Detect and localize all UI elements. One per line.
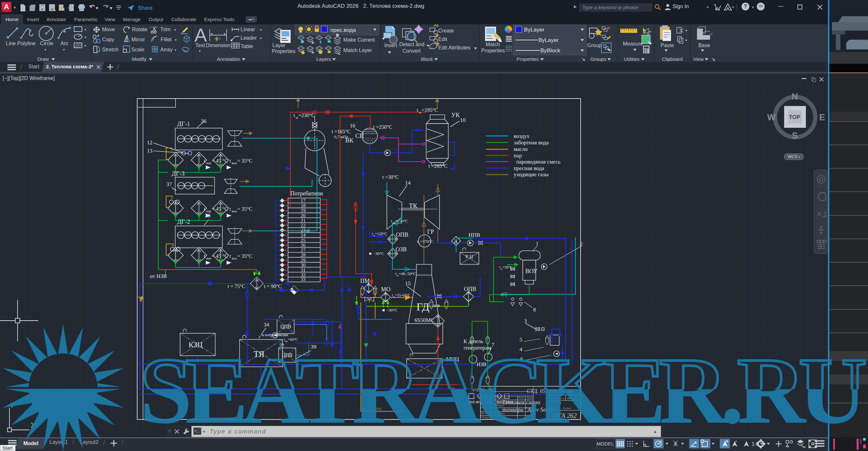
svg-text:23: 23: [301, 228, 306, 233]
svg-text:= 45 °C: = 45 °C: [212, 206, 228, 212]
svg-text:■: ■: [369, 251, 372, 256]
svg-text:=150°C: =150°C: [395, 218, 408, 223]
svg-text:2: 2: [580, 241, 583, 247]
svg-text:=55-65°C: =55-65°C: [395, 293, 411, 298]
svg-text:t =265°C: t =265°C: [429, 163, 448, 169]
svg-text:t: t: [229, 158, 231, 163]
svg-text:КЗЦ: КЗЦ: [189, 341, 203, 349]
svg-text:Гриценко: Гриценко: [496, 400, 506, 403]
svg-text:вых: вых: [232, 161, 237, 165]
svg-text:=230°C: =230°C: [299, 113, 315, 118]
svg-text:Провер.: Провер.: [482, 404, 491, 407]
svg-text:17: 17: [301, 198, 306, 203]
svg-text:Trim: Trim: [160, 27, 170, 32]
svg-text:Иванов: Иванов: [496, 404, 504, 407]
svg-text:▾: ▾: [85, 44, 86, 48]
svg-text:Изм Лист: Изм Лист: [481, 396, 493, 399]
svg-text:▾: ▾: [44, 48, 46, 51]
svg-text:24: 24: [301, 233, 306, 238]
svg-text:Text: Text: [195, 42, 205, 48]
svg-text:Insert: Insert: [384, 42, 398, 48]
svg-text:=370°C: =370°C: [420, 239, 433, 244]
svg-text:Paste: Paste: [660, 42, 674, 48]
svg-text:Draw: Draw: [37, 56, 49, 62]
svg-text:29: 29: [301, 258, 306, 263]
svg-text:t: t: [204, 206, 206, 212]
svg-text:3: 3: [524, 318, 527, 324]
svg-text:14: 14: [405, 180, 411, 186]
svg-text:6S50MC: 6S50MC: [414, 317, 434, 323]
svg-text:= 35°C: = 35°C: [237, 206, 252, 212]
svg-text:Measure: Measure: [623, 41, 643, 47]
svg-text:t: t: [417, 239, 418, 244]
svg-text:t: t: [395, 271, 397, 276]
svg-text:1: 1: [536, 241, 539, 247]
svg-text:Properties: Properties: [272, 49, 296, 54]
svg-text:37: 37: [166, 181, 172, 187]
svg-text:Convert: Convert: [402, 48, 421, 54]
svg-text:масло: масло: [514, 146, 528, 152]
svg-text:Edit: Edit: [438, 36, 447, 42]
svg-text:Dimension: Dimension: [206, 42, 230, 48]
svg-text:N: N: [792, 92, 798, 101]
svg-text:вых: вых: [232, 209, 237, 213]
svg-text:ппв: ппв: [432, 303, 440, 308]
svg-text:28: 28: [301, 252, 306, 258]
svg-text:Масштаб: Масштаб: [567, 397, 578, 400]
svg-text:t =250°C: t =250°C: [373, 124, 393, 130]
svg-text:Match Layer: Match Layer: [343, 48, 372, 53]
svg-text:УК: УК: [451, 112, 460, 118]
svg-text:TOP: TOP: [789, 114, 800, 120]
svg-text:−30°C: −30°C: [373, 251, 384, 256]
svg-text:тя: тя: [285, 340, 287, 343]
svg-text:t =30°C: t =30°C: [382, 174, 399, 180]
svg-text:ы: ы: [419, 111, 421, 114]
svg-text:View: View: [693, 56, 704, 62]
svg-text:Circle: Circle: [40, 41, 53, 46]
svg-text:ДГ-1: ДГ-1: [177, 120, 190, 127]
svg-text:W: W: [767, 113, 776, 122]
svg-text:Разраб.: Разраб.: [482, 400, 490, 403]
svg-text:Лит.: Лит.: [550, 397, 556, 400]
svg-text:Match: Match: [486, 41, 500, 47]
svg-text:39: 39: [311, 344, 316, 350]
svg-text:▾: ▾: [260, 28, 262, 32]
svg-text:S: S: [792, 131, 798, 141]
svg-text:8: 8: [533, 307, 536, 313]
svg-text:от НЗВ: от НЗВ: [150, 273, 167, 279]
svg-text:№ докум.: № докум.: [496, 396, 506, 399]
svg-text:20: 20: [301, 213, 306, 218]
svg-text:25: 25: [301, 238, 306, 243]
svg-text:ОЗВ: ОЗВ: [396, 246, 407, 253]
svg-text:ДГ-3: ДГ-3: [172, 170, 185, 177]
svg-text:Utilities: Utilities: [624, 56, 640, 62]
svg-text:t = 90°C: t = 90°C: [264, 283, 282, 289]
svg-text:▾: ▾: [199, 49, 200, 53]
svg-text:Properties: Properties: [481, 48, 505, 53]
svg-text:27: 27: [301, 247, 306, 253]
svg-text:Line: Line: [6, 41, 16, 46]
svg-text:▾: ▾: [110, 6, 112, 10]
svg-text:Д: Д: [454, 239, 457, 244]
svg-text:Create: Create: [438, 28, 454, 33]
svg-text:= 35°C: = 35°C: [237, 253, 252, 259]
svg-text:▾: ▾: [260, 36, 262, 40]
svg-text:16: 16: [350, 123, 355, 129]
svg-text:ДКЯ ФГО: ДКЯ ФГО: [467, 400, 483, 404]
svg-text:▾: ▾: [63, 48, 65, 51]
svg-text:15: 15: [405, 280, 411, 287]
svg-text:Modify: Modify: [132, 56, 147, 62]
svg-text:=50°C: =50°C: [502, 265, 513, 270]
svg-text:СТД. 051108. 002В0: СТД. 051108. 002В0: [527, 388, 574, 394]
svg-text:танкера "Azov Sea".: танкера "Azov Sea".: [502, 407, 553, 413]
svg-text:▾: ▾: [85, 35, 86, 39]
svg-text:уходящие газы: уходящие газы: [514, 171, 549, 178]
svg-text:Scale: Scale: [131, 47, 144, 52]
svg-text:Сидоров: Сидоров: [496, 416, 505, 419]
svg-text:▾: ▾: [85, 28, 86, 31]
svg-text:t: t: [417, 107, 418, 113]
svg-text:ГР: ГР: [427, 229, 434, 235]
svg-text:ByBlock: ByBlock: [540, 48, 560, 54]
svg-text:МГА 262: МГА 262: [552, 412, 577, 419]
svg-text:ОПВ: ОПВ: [464, 286, 476, 292]
